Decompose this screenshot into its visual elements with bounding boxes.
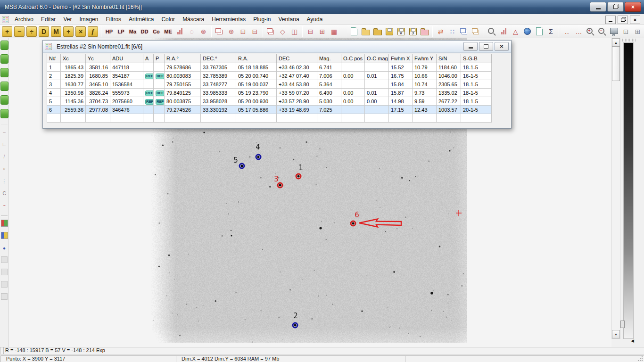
toolbar-merge-m-button[interactable]: M	[51, 26, 61, 37]
toolbar-statistics-button[interactable]: △	[510, 26, 521, 37]
toolbar-open-image-button[interactable]	[360, 26, 371, 37]
column-header-mag-[interactable]: Mag.	[317, 54, 341, 63]
empty-cell[interactable]	[86, 114, 110, 123]
column-header-fwhm-y[interactable]: Fwhm Y	[413, 54, 437, 63]
cell-yc[interactable]: 3581.16	[86, 63, 110, 72]
cell-fwhm-y[interactable]: 12.43	[413, 106, 437, 114]
column-header-o-c-mag[interactable]: O-C mag	[365, 54, 389, 63]
column-header-fwhm-x[interactable]: Fwhm X	[389, 54, 413, 63]
resize-grip[interactable]	[642, 360, 643, 361]
menu-mscara[interactable]: Máscara	[179, 15, 208, 24]
cell-s-g-b[interactable]: 18-1-5	[461, 63, 492, 72]
empty-cell[interactable]	[461, 114, 492, 123]
cell-s-n[interactable]: 2305.65	[437, 80, 461, 89]
cell-p[interactable]	[154, 80, 165, 89]
cell-r-a-[interactable]: 80.003875	[165, 97, 201, 106]
cell-mag-[interactable]: 7.025	[317, 106, 341, 114]
empty-cell[interactable]	[201, 114, 236, 123]
cell-s-n[interactable]: 1335.02	[437, 89, 461, 97]
stars-window-titlebar[interactable]: Estrellas #2 Sin Nombre01.fit [6/6] ✕	[43, 41, 511, 53]
menu-editar[interactable]: Editar	[37, 15, 59, 24]
star-row-2[interactable]: 21825.391680.85354187REFREF80.00308332.7…	[47, 72, 492, 80]
toolbar-low-pass-filter-button[interactable]: LP	[116, 26, 126, 37]
toolbar-function-button[interactable]: ƒ	[88, 26, 98, 37]
cell-dec[interactable]: +33 59 07.20	[277, 89, 317, 97]
child-minimize-button[interactable]	[605, 16, 616, 24]
empty-cell[interactable]	[317, 114, 341, 123]
rail-brush[interactable]: ~	[1, 202, 8, 209]
toolbar-sigma-combine-button[interactable]: Σ	[545, 26, 556, 37]
column-header-n-[interactable]: N#	[47, 54, 61, 63]
cell-s-g-b[interactable]: 18-1-5	[461, 89, 492, 97]
toolbar-dots-three-button[interactable]: …	[573, 26, 584, 37]
cell-yc[interactable]: 3465.10	[86, 80, 110, 89]
empty-cell[interactable]	[154, 114, 165, 123]
toolbar-grid-fine-button[interactable]: ▦	[329, 26, 339, 37]
cell-r-a-[interactable]: 05 19 00.037	[236, 80, 277, 89]
toolbar-preview-page-button[interactable]	[534, 26, 545, 37]
cell-fwhm-y[interactable]: 10.66	[413, 72, 437, 80]
cell-o-c-pos[interactable]: 0.00	[341, 72, 365, 80]
toolbar-cascade-windows-button[interactable]	[265, 26, 276, 37]
levels-handle[interactable]	[620, 321, 625, 328]
cell-fwhm-x[interactable]: 16.75	[389, 72, 413, 80]
column-header-r-a-[interactable]: R.A.°	[165, 54, 201, 63]
toolbar-save-jpeg-button[interactable]: J	[407, 26, 418, 37]
column-header-r-a-[interactable]: R.A.	[236, 54, 277, 63]
toolbar-multiply-button[interactable]: ×	[75, 26, 86, 37]
cell-dec-[interactable]: 33.748277	[201, 80, 236, 89]
empty-cell[interactable]	[47, 114, 61, 123]
cell-dec[interactable]: +33 19 48.69	[277, 106, 317, 114]
toolbar-duplicate-image-button[interactable]: ◫	[289, 26, 300, 37]
rail-zoom[interactable]: ⌕	[1, 165, 8, 173]
cell-p[interactable]	[154, 106, 165, 114]
cell-a[interactable]: REF	[143, 72, 154, 80]
cell-adu[interactable]: 2075660	[110, 97, 143, 106]
cell-s-n[interactable]: 1003.57	[437, 106, 461, 114]
cell-o-c-pos[interactable]: 0.00	[341, 97, 365, 106]
toolbar-plus-button[interactable]: +	[63, 26, 74, 37]
cell-mag-[interactable]: 6.741	[317, 63, 341, 72]
toolbar-crop-selection-button[interactable]: ⊟	[249, 26, 260, 37]
menu-herramientas[interactable]: Herramientas	[208, 15, 249, 24]
cell-r-a-[interactable]: 05 18 18.885	[236, 63, 277, 72]
cell-a[interactable]	[143, 80, 154, 89]
cell-fwhm-y[interactable]: 9.59	[413, 97, 437, 106]
toolbar-histogram-filter-button[interactable]	[174, 26, 185, 37]
cell-adu[interactable]: 555973	[110, 89, 143, 97]
cell-p[interactable]: REF	[154, 72, 165, 80]
minimize-button[interactable]	[590, 2, 606, 12]
rail-tool-2[interactable]	[0, 54, 8, 64]
star-row-3[interactable]: 31630.773465.10153658479.75015533.748277…	[47, 80, 492, 89]
cell-n-[interactable]: 6	[47, 106, 61, 114]
menu-imagen[interactable]: Imagen	[75, 15, 102, 24]
toolbar-dust-circle-button[interactable]: ◌	[186, 26, 197, 37]
empty-row[interactable]	[47, 114, 492, 123]
empty-cell[interactable]	[143, 114, 154, 123]
cell-fwhm-x[interactable]: 17.15	[389, 106, 413, 114]
rail-tool-5[interactable]	[0, 95, 8, 105]
rail-tool-1[interactable]	[0, 41, 8, 50]
menu-color[interactable]: Color	[157, 15, 179, 24]
cell-r-a-[interactable]: 05 17 05.886	[236, 106, 277, 114]
toolbar-dots-two-button[interactable]: ‥	[561, 26, 572, 37]
restore-button[interactable]	[607, 2, 624, 12]
cell-s-g-b[interactable]: 18-1-5	[461, 80, 492, 89]
toolbar-paste-button[interactable]	[471, 26, 481, 37]
menu-ayuda[interactable]: Ayuda	[303, 15, 327, 24]
cell-fwhm-x[interactable]: 14.98	[389, 97, 413, 106]
cell-xc[interactable]: 1825.39	[61, 72, 86, 80]
rail-angle[interactable]: ∟	[1, 140, 8, 148]
toolbar-high-pass-filter-button[interactable]: HP	[104, 26, 115, 37]
toolbar-zoom-in-button[interactable]: +	[585, 26, 596, 37]
cell-p[interactable]	[154, 63, 165, 72]
cell-a[interactable]	[143, 63, 154, 72]
cell-r-a-[interactable]: 79.578686	[165, 63, 201, 72]
cell-dec[interactable]: +32 47 07.40	[277, 72, 317, 80]
stars-restore-button[interactable]	[479, 42, 493, 51]
column-header-yc[interactable]: Yc	[86, 54, 110, 63]
cell-xc[interactable]: 1865.43	[61, 63, 86, 72]
cell-r-a-[interactable]: 79.750155	[165, 80, 201, 89]
empty-cell[interactable]	[437, 114, 461, 123]
empty-cell[interactable]	[365, 114, 389, 123]
